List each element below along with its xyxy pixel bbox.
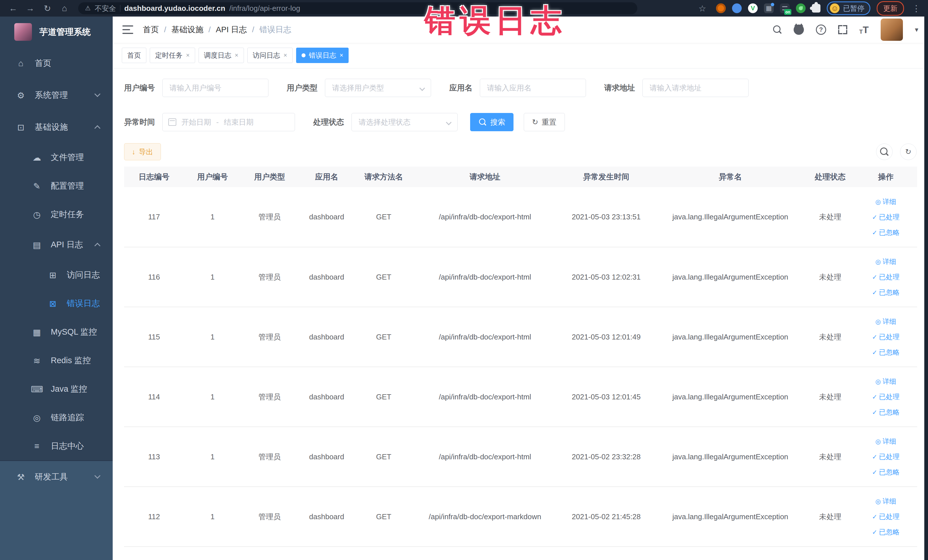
exception-time-range-picker[interactable]: 开始日期 - 结束日期 <box>162 113 295 131</box>
infra-icon <box>15 122 27 132</box>
avatar-dropdown-caret-icon[interactable] <box>915 26 918 34</box>
sidebar-item-redis-monitor[interactable]: Redis 监控 <box>0 346 113 375</box>
access-log-icon <box>47 270 59 280</box>
sidebar-item-scheduled-tasks[interactable]: 定时任务 <box>0 200 113 229</box>
close-icon[interactable]: × <box>340 52 343 59</box>
extension-orange-icon[interactable] <box>716 3 726 13</box>
breadcrumb-home[interactable]: 首页 <box>143 24 159 35</box>
ignored-link[interactable]: 已忽略 <box>872 288 899 297</box>
sidebar-item-error-logs[interactable]: 错误日志 <box>0 289 113 318</box>
export-button[interactable]: 导出 <box>124 143 161 160</box>
toggle-search-button[interactable] <box>876 143 893 160</box>
tag-tabs-bar: 首页 定时任务× 调度日志× 访问日志× 错误日志× <box>113 43 928 69</box>
process-status-select[interactable] <box>351 113 458 131</box>
font-size-icon[interactable] <box>859 25 868 35</box>
ignored-link[interactable]: 已忽略 <box>872 348 899 357</box>
extension-grid-icon[interactable]: ▦ <box>764 3 774 13</box>
extension-proxy-icon[interactable]: on <box>780 3 790 13</box>
detail-link[interactable]: 详细 <box>875 257 896 266</box>
processed-link[interactable]: 已处理 <box>872 272 899 282</box>
filter-row-2: 异常时间 开始日期 - 结束日期 处理状态 <box>124 113 917 131</box>
reset-button[interactable]: 重置 <box>524 113 565 131</box>
sidebar-logo[interactable]: 芋道管理系统 <box>0 17 113 47</box>
sidebar-item-devtools[interactable]: 研发工具 <box>0 461 113 493</box>
sidebar-item-home[interactable]: 首页 <box>0 47 113 79</box>
sidebar-item-config-management[interactable]: 配置管理 <box>0 172 113 200</box>
close-icon[interactable]: × <box>186 52 190 59</box>
not-secure-label: 不安全 <box>95 4 116 13</box>
user-type-select[interactable] <box>325 79 431 97</box>
processed-link[interactable]: 已处理 <box>872 392 899 401</box>
extension-v-icon[interactable]: V <box>748 3 758 13</box>
profile-paused-chip[interactable]: 已暂停 <box>827 2 870 15</box>
sidebar-item-mysql-monitor[interactable]: MySQL 监控 <box>0 318 113 346</box>
detail-link[interactable]: 详细 <box>875 317 896 326</box>
processed-link[interactable]: 已处理 <box>872 212 899 222</box>
close-icon[interactable]: × <box>235 52 238 59</box>
tab-access-logs[interactable]: 访问日志× <box>247 48 293 63</box>
ignored-link[interactable]: 已忽略 <box>872 228 899 237</box>
chrome-update-button[interactable]: 更新 <box>877 1 904 16</box>
detail-link[interactable]: 详细 <box>875 197 896 206</box>
detail-link[interactable]: 详细 <box>875 377 896 386</box>
browser-back-icon[interactable] <box>6 2 21 15</box>
sidebar-item-log-center[interactable]: 日志中心 <box>0 432 113 461</box>
refresh-table-button[interactable] <box>900 143 917 160</box>
breadcrumb-api-logs[interactable]: API 日志 <box>216 24 247 35</box>
sidebar: 芋道管理系统 首页 系统管理 基础设施 文件管理 配置管理 定时任务 <box>0 17 113 560</box>
detail-link[interactable]: 详细 <box>875 497 896 506</box>
sidebar-item-infrastructure[interactable]: 基础设施 <box>0 111 113 143</box>
user-avatar[interactable] <box>881 18 903 41</box>
user-id-input[interactable] <box>162 79 269 97</box>
browser-forward-icon[interactable] <box>23 2 38 15</box>
detail-link[interactable]: 详细 <box>875 437 896 446</box>
extension-leaf-icon[interactable] <box>796 3 806 13</box>
tab-schedule-logs[interactable]: 调度日志× <box>198 48 244 63</box>
table-row: 116 1 管理员 dashboard GET /api/infra/db-do… <box>124 247 917 307</box>
request-url-input[interactable] <box>643 79 749 97</box>
extensions-puzzle-icon[interactable] <box>812 4 820 12</box>
processed-link[interactable]: 已处理 <box>872 452 899 461</box>
request-url-label: 请求地址 <box>604 83 635 93</box>
sidebar-item-access-logs[interactable]: 访问日志 <box>0 261 113 289</box>
sidebar-item-system-management[interactable]: 系统管理 <box>0 79 113 111</box>
browser-menu-icon[interactable] <box>910 3 922 14</box>
table-header-row: 日志编号 用户编号 用户类型 应用名 请求方法名 请求地址 异常发生时间 异常名… <box>124 166 917 187</box>
ignored-link[interactable]: 已忽略 <box>872 528 899 537</box>
processed-link[interactable]: 已处理 <box>872 333 899 342</box>
browser-reload-icon[interactable] <box>40 2 55 15</box>
ignored-link[interactable]: 已忽略 <box>872 407 899 417</box>
eye-icon <box>875 258 881 266</box>
bookmark-star-icon[interactable] <box>695 2 710 15</box>
sidebar-item-java-monitor[interactable]: Java 监控 <box>0 375 113 403</box>
eye-icon <box>875 377 881 385</box>
app-name-input[interactable] <box>480 79 586 97</box>
end-date-placeholder[interactable]: 结束日期 <box>224 117 253 127</box>
extension-blue-icon[interactable] <box>732 3 742 13</box>
processed-link[interactable]: 已处理 <box>872 512 899 521</box>
check-icon <box>872 273 877 281</box>
tab-home[interactable]: 首页 <box>122 48 147 63</box>
tab-scheduled-tasks[interactable]: 定时任务× <box>150 48 195 63</box>
search-icon[interactable] <box>773 25 781 34</box>
start-date-placeholder[interactable]: 开始日期 <box>182 117 211 127</box>
help-icon[interactable] <box>816 24 826 35</box>
gear-icon <box>15 90 27 101</box>
window-scrollbar[interactable] <box>924 17 928 560</box>
tab-error-logs[interactable]: 错误日志× <box>296 48 349 63</box>
sidebar-item-trace[interactable]: 链路追踪 <box>0 403 113 432</box>
close-icon[interactable]: × <box>284 52 287 59</box>
java-icon <box>31 384 43 394</box>
ignored-link[interactable]: 已忽略 <box>872 468 899 477</box>
sidebar-item-api-logs[interactable]: API 日志 <box>0 229 113 261</box>
breadcrumb-infrastructure[interactable]: 基础设施 <box>171 24 203 35</box>
sidebar-collapse-icon[interactable] <box>122 25 133 34</box>
annotation-error-log-title: 错误日志 <box>424 1 566 40</box>
search-button[interactable]: 搜索 <box>470 113 513 131</box>
sidebar-item-file-management[interactable]: 文件管理 <box>0 143 113 172</box>
col-method: 请求方法名 <box>355 166 412 187</box>
github-icon[interactable] <box>794 24 804 35</box>
fullscreen-icon[interactable] <box>838 25 847 34</box>
browser-home-icon[interactable] <box>57 2 72 15</box>
col-exception-time: 异常发生时间 <box>558 166 655 187</box>
